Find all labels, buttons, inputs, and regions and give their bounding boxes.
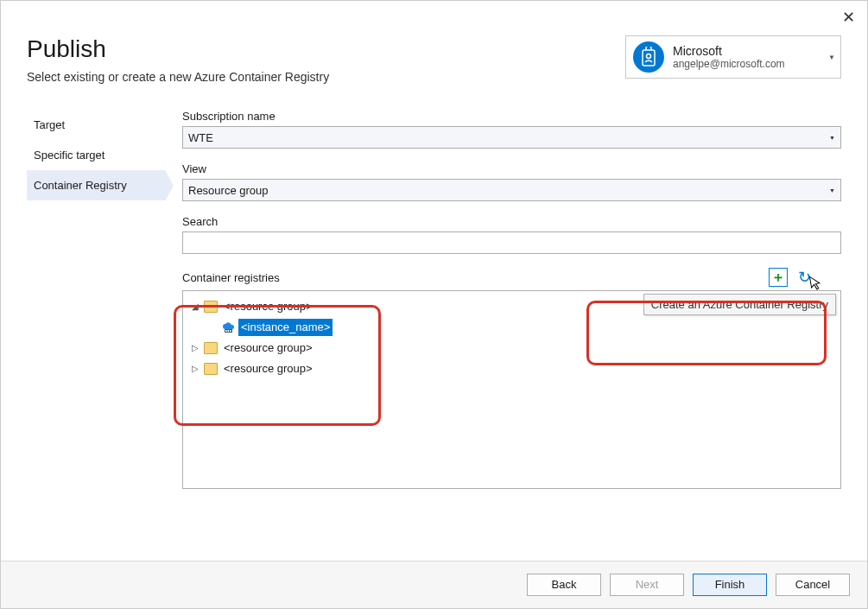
tree-row[interactable]: ▷ <resource group> <box>187 358 837 379</box>
step-specific-target[interactable]: Specific target <box>27 140 165 170</box>
page-title: Publish <box>27 35 329 63</box>
steps-nav: Target Specific target Container Registr… <box>27 110 165 489</box>
account-text: Microsoft angelpe@microsoft.com <box>673 44 785 70</box>
tree-label: <instance_name> <box>238 319 333 336</box>
badge-icon <box>633 41 664 73</box>
expand-icon[interactable]: ▷ <box>190 339 200 357</box>
chevron-down-icon: ▼ <box>829 187 835 193</box>
folder-icon <box>204 363 218 375</box>
back-button[interactable]: Back <box>527 574 601 596</box>
add-registry-button[interactable]: ＋ <box>769 268 788 287</box>
view-label: View <box>182 162 841 175</box>
step-target[interactable]: Target <box>27 110 165 140</box>
folder-icon <box>204 342 218 354</box>
account-name: Microsoft <box>673 44 785 58</box>
svg-rect-5 <box>230 330 231 332</box>
close-icon[interactable]: ✕ <box>842 8 855 27</box>
svg-rect-4 <box>228 330 230 332</box>
registry-icon <box>221 321 235 333</box>
view-value: Resource group <box>188 184 269 197</box>
subscription-value: WTE <box>188 131 213 144</box>
cancel-button[interactable]: Cancel <box>776 574 850 596</box>
search-label: Search <box>182 215 841 228</box>
finish-button[interactable]: Finish <box>693 574 767 596</box>
folder-icon <box>204 301 218 313</box>
chevron-down-icon: ▼ <box>829 135 835 141</box>
subscription-label: Subscription name <box>182 110 841 123</box>
account-picker[interactable]: Microsoft angelpe@microsoft.com ▼ <box>625 35 841 79</box>
collapse-icon[interactable]: ◢ <box>190 298 200 315</box>
search-input[interactable] <box>182 232 841 254</box>
title-block: Publish Select existing or create a new … <box>27 35 329 84</box>
expand-icon[interactable]: ▷ <box>190 360 200 377</box>
tree-label: <resource group> <box>221 298 315 315</box>
svg-rect-3 <box>225 330 227 332</box>
chevron-down-icon: ▼ <box>828 54 835 61</box>
refresh-button[interactable]: ↻ <box>795 268 814 287</box>
tree-row[interactable]: ▷ <resource group> <box>187 338 837 358</box>
view-combo[interactable]: Resource group ▼ <box>182 179 841 201</box>
account-email: angelpe@microsoft.com <box>673 58 785 70</box>
tree-row[interactable]: <instance_name> <box>187 317 837 338</box>
registries-label: Container registries <box>182 271 280 284</box>
registries-tree[interactable]: ◢ <resource group> <instance_name> ▷ <re… <box>182 290 841 489</box>
page-subtitle: Select existing or create a new Azure Co… <box>27 70 329 84</box>
footer: Back Next Finish Cancel <box>1 561 867 608</box>
svg-point-1 <box>647 54 651 59</box>
next-button: Next <box>610 574 684 596</box>
subscription-combo[interactable]: WTE ▼ <box>182 126 841 149</box>
tree-label: <resource group> <box>221 360 315 377</box>
step-container-registry[interactable]: Container Registry <box>27 170 165 200</box>
create-registry-tooltip: Create an Azure Container Registry <box>643 294 836 315</box>
tree-label: <resource group> <box>221 339 315 357</box>
